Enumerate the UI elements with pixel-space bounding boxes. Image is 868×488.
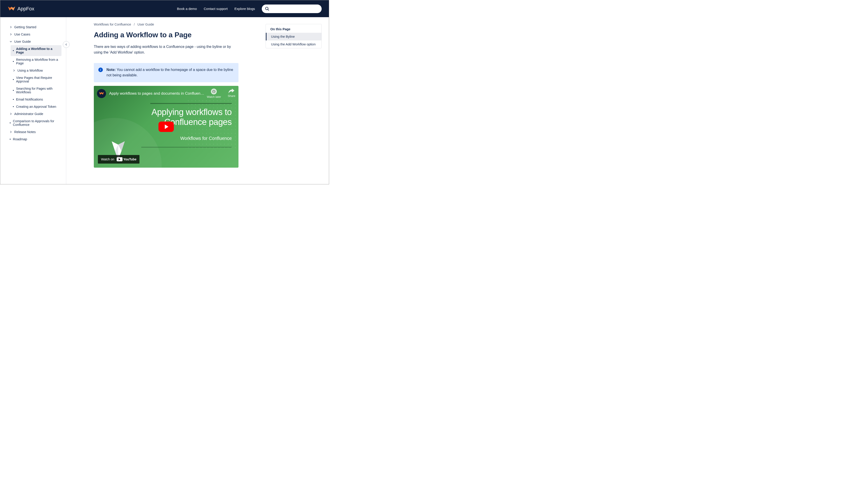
top-header: AppFox Book a demo Contact support Explo… bbox=[0, 0, 329, 17]
nav-label: User Guide bbox=[14, 40, 31, 43]
nav-removing-workflow[interactable]: Removing a Workflow from a Page bbox=[11, 56, 61, 67]
search-input[interactable] bbox=[271, 7, 318, 11]
nav-user-guide[interactable]: User Guide bbox=[7, 38, 61, 45]
chevron-right-icon bbox=[10, 26, 12, 28]
brand-logo[interactable]: AppFox bbox=[7, 6, 34, 12]
brand-name: AppFox bbox=[18, 6, 34, 12]
content-area: Workflows for Confluence / User Guide Ad… bbox=[66, 17, 329, 184]
share-button[interactable]: Share bbox=[228, 89, 235, 98]
nav-view-pages-approval[interactable]: View Pages that Require Approval bbox=[11, 74, 61, 85]
collapse-sidebar-button[interactable] bbox=[63, 41, 70, 48]
breadcrumb-separator: / bbox=[134, 23, 135, 26]
bullet-icon bbox=[13, 99, 14, 100]
bullet-icon bbox=[13, 61, 14, 62]
nav-roadmap[interactable]: Roadmap bbox=[7, 135, 61, 143]
sidebar-nav: Getting Started Use Cases User Guide Add… bbox=[0, 17, 66, 184]
chevron-right-icon bbox=[10, 131, 12, 133]
chevron-right-icon bbox=[13, 69, 15, 72]
nav-getting-started[interactable]: Getting Started bbox=[7, 24, 61, 31]
breadcrumb-item[interactable]: User Guide bbox=[137, 23, 154, 26]
watch-on-label: Watch on bbox=[101, 158, 114, 161]
intro-paragraph: There are two ways of adding workflows t… bbox=[94, 44, 239, 55]
nav-label: Roadmap bbox=[13, 137, 27, 141]
bullet-icon bbox=[13, 50, 14, 51]
chevron-right-icon bbox=[10, 113, 12, 115]
nav-admin-guide[interactable]: Administrator Guide bbox=[7, 110, 61, 118]
youtube-text: YouTube bbox=[123, 158, 136, 161]
nav-email-notifications[interactable]: Email Notifications bbox=[11, 96, 61, 103]
nav-label: Email Notifications bbox=[16, 98, 43, 101]
nav-label: Removing a Workflow from a Page bbox=[16, 58, 59, 65]
bullet-icon bbox=[13, 106, 14, 107]
overlay-line: Applying workflows to bbox=[151, 107, 232, 117]
main-column: Workflows for Confluence / User Guide Ad… bbox=[94, 23, 239, 184]
nav-label: Adding a Workflow to a Page bbox=[16, 47, 59, 54]
search-icon bbox=[265, 6, 270, 11]
appfox-logo-icon bbox=[7, 6, 16, 12]
decorative-line bbox=[150, 103, 232, 104]
nav-label: Using a Workflow bbox=[18, 69, 43, 72]
nav-use-cases[interactable]: Use Cases bbox=[7, 31, 61, 38]
breadcrumb-item[interactable]: Workflows for Confluence bbox=[94, 23, 131, 26]
svg-line-1 bbox=[268, 9, 269, 10]
bullet-icon bbox=[13, 90, 14, 91]
nav-label: Comparison to Approvals for Confluence bbox=[13, 119, 59, 127]
header-actions: Book a demo Contact support Explore blog… bbox=[177, 4, 322, 13]
nav-label: Searching for Pages with Workflows bbox=[16, 87, 59, 94]
on-this-page-panel: On this Page Using the Byline Using the … bbox=[266, 24, 322, 48]
video-embed[interactable]: Apply workflows to pages and documents i… bbox=[94, 86, 239, 168]
header-link-demo[interactable]: Book a demo bbox=[177, 7, 197, 11]
bullet-icon bbox=[13, 79, 14, 80]
chevron-down-icon bbox=[10, 40, 12, 43]
toc-title: On this Page bbox=[266, 24, 321, 33]
decorative-line bbox=[141, 147, 232, 148]
overlay-subline: Workflows for Confluence bbox=[151, 136, 232, 141]
header-link-blogs[interactable]: Explore blogs bbox=[235, 7, 255, 11]
nav-label: Administrator Guide bbox=[14, 112, 43, 116]
search-field[interactable] bbox=[262, 4, 322, 13]
bullet-icon bbox=[10, 139, 11, 140]
share-icon bbox=[228, 89, 235, 94]
channel-avatar[interactable] bbox=[97, 89, 106, 98]
watch-later-label: Watch later bbox=[207, 95, 221, 98]
header-link-support[interactable]: Contact support bbox=[204, 7, 228, 11]
info-callout: i Note: You cannot add a workflow to the… bbox=[94, 63, 239, 83]
page-title: Adding a Workflow to a Page bbox=[94, 31, 239, 39]
nav-label: Use Cases bbox=[14, 33, 30, 36]
nav-searching-pages[interactable]: Searching for Pages with Workflows bbox=[11, 85, 61, 96]
note-body: You cannot add a workflow to the homepag… bbox=[106, 68, 233, 77]
share-label: Share bbox=[228, 94, 235, 98]
appfox-logo-icon bbox=[99, 92, 104, 96]
play-icon bbox=[165, 125, 168, 129]
chevron-right-icon bbox=[10, 33, 12, 35]
toc-item-add-workflow[interactable]: Using the Add Workflow option bbox=[266, 40, 321, 48]
clock-icon bbox=[211, 89, 217, 94]
svg-point-0 bbox=[266, 7, 268, 10]
nav-label: Getting Started bbox=[14, 25, 36, 29]
note-label: Note: bbox=[106, 68, 116, 72]
nav-release-notes[interactable]: Release Notes bbox=[7, 128, 61, 135]
video-title[interactable]: Apply workflows to pages and documents i… bbox=[109, 91, 204, 96]
note-text: Note: You cannot add a workflow to the h… bbox=[106, 67, 234, 78]
youtube-logo: YouTube bbox=[117, 157, 136, 161]
watch-on-youtube[interactable]: Watch on YouTube bbox=[98, 155, 140, 164]
nav-comparison[interactable]: Comparison to Approvals for Confluence bbox=[7, 118, 61, 128]
nav-adding-workflow[interactable]: Adding a Workflow to a Page bbox=[11, 45, 61, 56]
nav-label: Release Notes bbox=[14, 130, 36, 134]
play-button[interactable] bbox=[158, 122, 174, 132]
chevron-left-icon bbox=[65, 43, 67, 46]
toc-item-byline[interactable]: Using the Byline bbox=[266, 33, 321, 40]
video-title-bar: Apply workflows to pages and documents i… bbox=[97, 89, 235, 98]
nav-label: Creating an Approval Token bbox=[16, 105, 56, 108]
bullet-icon bbox=[10, 123, 11, 123]
watch-later-button[interactable]: Watch later bbox=[207, 89, 221, 98]
nav-approval-token[interactable]: Creating an Approval Token bbox=[11, 103, 61, 110]
info-icon: i bbox=[98, 68, 103, 72]
breadcrumb: Workflows for Confluence / User Guide bbox=[94, 23, 239, 26]
nav-label: View Pages that Require Approval bbox=[16, 76, 59, 83]
nav-using-workflow[interactable]: Using a Workflow bbox=[11, 67, 61, 74]
